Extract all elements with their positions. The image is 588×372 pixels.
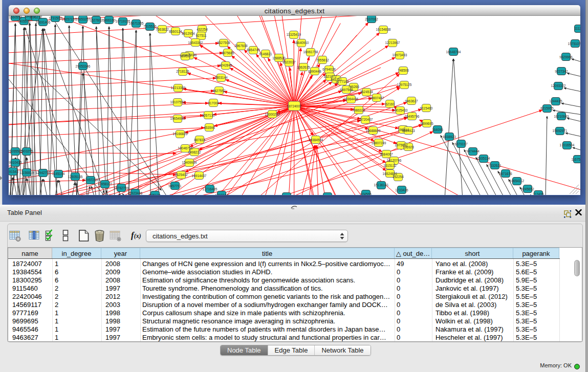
svg-text:927511: 927511: [195, 34, 207, 37]
svg-text:164095: 164095: [432, 128, 443, 132]
svg-text:20691406: 20691406: [36, 20, 51, 24]
svg-text:7955812: 7955812: [316, 58, 329, 62]
svg-text:917004: 917004: [208, 101, 219, 105]
svg-text:12213389: 12213389: [171, 86, 186, 90]
svg-text:16120746: 16120746: [387, 159, 402, 162]
svg-text:8938923: 8938923: [443, 135, 456, 139]
svg-text:11325419: 11325419: [287, 33, 301, 36]
svg-text:9146821: 9146821: [259, 52, 272, 56]
svg-text:1405571: 1405571: [17, 19, 31, 23]
svg-text:11124: 11124: [574, 27, 580, 30]
svg-text:19654985: 19654985: [170, 117, 185, 120]
svg-text:18807249: 18807249: [372, 141, 386, 145]
svg-text:9329966: 9329966: [559, 55, 573, 59]
svg-text:9899695: 9899695: [420, 122, 433, 125]
svg-text:3624534: 3624534: [360, 90, 373, 94]
svg-text:10107553: 10107553: [170, 100, 185, 104]
svg-text:8471676: 8471676: [499, 172, 512, 176]
svg-text:9463627: 9463627: [405, 99, 418, 103]
svg-text:196928: 196928: [403, 145, 414, 149]
svg-text:391543: 391543: [9, 170, 18, 173]
svg-text:19166825: 19166825: [173, 132, 188, 136]
svg-text:10654112: 10654112: [510, 179, 525, 183]
svg-text:12942757: 12942757: [36, 171, 51, 174]
svg-text:1615132: 1615132: [383, 164, 397, 167]
svg-text:19300293: 19300293: [265, 113, 280, 116]
svg-text:1731509: 1731509: [49, 16, 62, 20]
svg-text:13716485: 13716485: [203, 187, 217, 191]
svg-text:2718126: 2718126: [176, 70, 189, 73]
svg-text:15409934: 15409934: [182, 161, 197, 164]
svg-text:252254: 252254: [393, 175, 404, 179]
svg-text:62160: 62160: [385, 102, 395, 106]
svg-text:16210643: 16210643: [554, 115, 569, 118]
svg-text:10653257: 10653257: [76, 17, 91, 21]
svg-text:12923446: 12923446: [128, 191, 143, 195]
svg-text:1660550: 1660550: [9, 16, 22, 19]
svg-text:1167534: 1167534: [572, 158, 580, 161]
svg-text:18640910: 18640910: [294, 41, 309, 45]
svg-text:10807487: 10807487: [369, 96, 384, 100]
svg-text:20364436: 20364436: [344, 97, 359, 101]
svg-text:7515526: 7515526: [143, 25, 157, 28]
svg-text:10973493: 10973493: [393, 53, 407, 57]
svg-text:95712: 95712: [323, 194, 332, 195]
svg-text:2935114: 2935114: [477, 157, 490, 160]
svg-text:924565: 924565: [360, 192, 372, 195]
svg-text:9910435: 9910435: [9, 161, 22, 164]
svg-text:1733426: 1733426: [395, 188, 408, 192]
svg-text:29053346: 29053346: [76, 64, 91, 68]
svg-text:122334: 122334: [281, 194, 292, 195]
svg-text:9242845: 9242845: [219, 63, 232, 67]
svg-text:16671355: 16671355: [129, 21, 144, 25]
svg-text:6794028: 6794028: [322, 68, 336, 71]
svg-text:8215955: 8215955: [540, 106, 554, 110]
svg-text:15136141: 15136141: [374, 183, 389, 187]
svg-text:9327508: 9327508: [217, 41, 230, 45]
svg-text:19384554: 19384554: [309, 138, 323, 142]
svg-text:1362635: 1362635: [297, 65, 310, 69]
svg-text:1196237: 1196237: [30, 16, 42, 19]
svg-text:8912954: 8912954: [182, 32, 195, 35]
svg-text:8427552: 8427552: [212, 89, 226, 93]
svg-text:12505135: 12505135: [68, 175, 83, 179]
svg-text:7986322: 7986322: [352, 108, 365, 112]
svg-text:6679197: 6679197: [454, 142, 468, 146]
svg-text:9777169: 9777169: [336, 80, 349, 83]
svg-text:7625402: 7625402: [175, 173, 188, 177]
svg-text:7663822: 7663822: [156, 28, 169, 31]
svg-text:432254: 432254: [197, 28, 208, 31]
svg-text:1244415: 1244415: [549, 99, 562, 103]
svg-text:18724007: 18724007: [287, 104, 302, 108]
svg-text:9654923: 9654923: [402, 129, 415, 133]
svg-text:8990448: 8990448: [308, 70, 321, 73]
svg-text:11156819: 11156819: [19, 171, 34, 174]
svg-text:112435: 112435: [533, 192, 544, 195]
svg-text:2967608: 2967608: [234, 44, 248, 48]
svg-text:6497568: 6497568: [340, 88, 353, 92]
svg-text:9684067: 9684067: [380, 152, 393, 156]
svg-text:9245652: 9245652: [521, 187, 534, 191]
svg-text:10046756: 10046756: [178, 146, 193, 150]
svg-text:3267130: 3267130: [202, 114, 215, 117]
svg-text:16782759: 16782759: [114, 186, 129, 190]
svg-text:453594: 453594: [204, 126, 215, 129]
svg-text:15720407: 15720407: [358, 118, 373, 121]
svg-text:12093322: 12093322: [551, 84, 566, 87]
svg-text:10958107: 10958107: [98, 182, 113, 186]
svg-text:2803144: 2803144: [214, 76, 228, 79]
svg-text:16914437: 16914437: [192, 174, 207, 178]
svg-text:4498222: 4498222: [188, 150, 201, 154]
svg-text:748506: 748506: [398, 69, 409, 72]
svg-text:1588520: 1588520: [272, 56, 286, 60]
svg-text:16657157: 16657157: [62, 17, 77, 21]
svg-text:15751074: 15751074: [568, 42, 580, 46]
svg-text:9115460: 9115460: [420, 106, 433, 110]
svg-text:10719155: 10719155: [116, 19, 130, 23]
svg-text:1527602: 1527602: [90, 18, 103, 22]
svg-text:10025433: 10025433: [393, 108, 408, 112]
svg-text:7632621: 7632621: [488, 164, 502, 167]
svg-text:12213967: 12213967: [385, 41, 400, 45]
svg-text:9457791: 9457791: [168, 184, 182, 188]
svg-text:6966160: 6966160: [102, 18, 116, 22]
